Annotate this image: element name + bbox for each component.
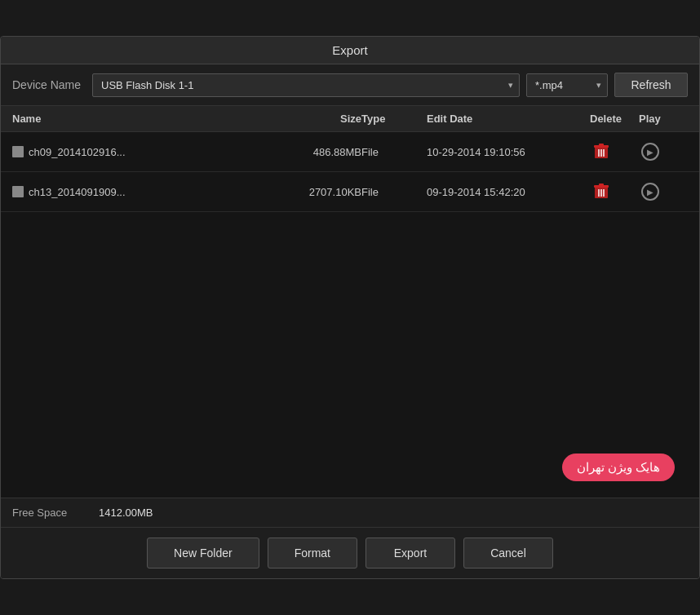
- play-circle-icon: ▶: [641, 183, 659, 201]
- file-name-text: ch09_2014102916...: [29, 146, 126, 158]
- file-type-cell: File: [361, 186, 427, 198]
- watermark-text: هایک ویژن تهران: [562, 454, 675, 481]
- file-name-text: ch13_2014091909...: [29, 186, 126, 198]
- watermark: هایک ویژن تهران: [562, 454, 675, 481]
- device-select[interactable]: USB Flash Disk 1-1 USB Flash Disk 1-2: [92, 73, 520, 97]
- free-space-value: 1412.00MB: [99, 507, 153, 519]
- device-name-label: Device Name: [12, 78, 86, 91]
- format-select[interactable]: *.mp4 *.avi *.mkv: [526, 73, 608, 97]
- format-select-wrapper: *.mp4 *.avi *.mkv: [526, 73, 608, 97]
- play-cell: ▶: [639, 140, 688, 163]
- delete-button[interactable]: [590, 180, 613, 203]
- dialog-title: Export: [1, 37, 699, 64]
- trash-icon: [594, 184, 609, 200]
- content-area: ch09_2014102916... 486.88MB File 10-29-2…: [1, 132, 699, 498]
- device-select-wrapper: USB Flash Disk 1-1 USB Flash Disk 1-2: [92, 73, 520, 97]
- table-row: ch09_2014102916... 486.88MB File 10-29-2…: [1, 132, 699, 172]
- export-dialog: Export Device Name USB Flash Disk 1-1 US…: [0, 36, 700, 579]
- delete-cell: [590, 180, 639, 203]
- play-button[interactable]: ▶: [639, 140, 662, 163]
- col-name: Name: [12, 113, 264, 125]
- file-size-cell: 486.88MB: [264, 146, 361, 158]
- table-body: ch09_2014102916... 486.88MB File 10-29-2…: [1, 132, 699, 498]
- table-header: Name Size Type Edit Date Delete Play: [1, 106, 699, 132]
- footer-buttons: New Folder Format Export Cancel: [1, 528, 699, 578]
- col-size: Size: [264, 113, 361, 125]
- format-button[interactable]: Format: [268, 538, 357, 569]
- export-button[interactable]: Export: [366, 538, 455, 569]
- play-cell: ▶: [639, 180, 688, 203]
- col-type: Type: [361, 113, 427, 125]
- col-play: Play: [639, 113, 688, 125]
- toolbar: Device Name USB Flash Disk 1-1 USB Flash…: [1, 64, 699, 106]
- table-row: ch13_2014091909... 2707.10KB File 09-19-…: [1, 172, 699, 212]
- file-icon: [12, 186, 24, 197]
- file-type-cell: File: [361, 146, 427, 158]
- delete-button[interactable]: [590, 140, 613, 163]
- col-delete: Delete: [590, 113, 639, 125]
- col-edit-date: Edit Date: [427, 113, 590, 125]
- file-name-cell: ch13_2014091909...: [12, 186, 264, 198]
- free-space-label: Free Space: [12, 507, 86, 519]
- file-size-cell: 2707.10KB: [264, 186, 361, 198]
- refresh-button[interactable]: Refresh: [614, 73, 688, 97]
- cancel-button[interactable]: Cancel: [463, 538, 553, 569]
- play-button[interactable]: ▶: [639, 180, 662, 203]
- delete-cell: [590, 140, 639, 163]
- svg-rect-2: [599, 144, 604, 146]
- file-icon: [12, 146, 24, 157]
- svg-rect-8: [599, 184, 604, 186]
- file-date-cell: 09-19-2014 15:42:20: [427, 186, 590, 198]
- new-folder-button[interactable]: New Folder: [147, 538, 259, 569]
- play-circle-icon: ▶: [641, 143, 659, 161]
- file-date-cell: 10-29-2014 19:10:56: [427, 146, 590, 158]
- file-name-cell: ch09_2014102916...: [12, 146, 264, 158]
- trash-icon: [594, 144, 609, 160]
- status-bar: Free Space 1412.00MB: [1, 498, 699, 528]
